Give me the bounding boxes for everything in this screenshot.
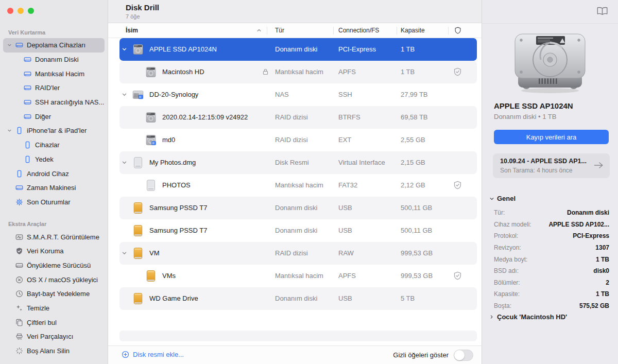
sidebar-item[interactable]: Veri Kurtarma: [3, 27, 105, 38]
sidebar-item[interactable]: Mantıksal Hacim: [3, 66, 105, 81]
sidebar-item[interactable]: Önyükleme Sürücüsü: [3, 258, 105, 273]
detail-label: Cihaz modeli:: [494, 221, 531, 228]
sidebar-item-label: SSH aracılığıyla NAS...: [35, 98, 104, 106]
sidebar-item-label: Donanım Diski: [35, 56, 79, 63]
sidebar-item[interactable]: iPhone'lar & iPad'ler: [3, 124, 105, 138]
protected-shield-icon: [453, 181, 462, 189]
device-connection: FAT32: [338, 181, 357, 189]
sidebar-item[interactable]: S.M.A.R.T. Görüntüleme: [3, 230, 105, 244]
detail-row: Cihaz modeli: APPLE SSD AP102...: [494, 219, 609, 231]
child-volume-link[interactable]: Çocuk 'Macintosh HD': [489, 313, 567, 321]
sidebar-item[interactable]: RAID'ler: [3, 81, 105, 95]
chevron-right-icon: [489, 315, 494, 319]
add-disk-image-label: Disk resmi ekle...: [133, 351, 184, 358]
column-header-connection[interactable]: Connection/FS: [338, 27, 379, 34]
column-header-type[interactable]: Tür: [275, 27, 284, 34]
device-type: RAID dizisi: [275, 136, 308, 144]
items-count: 7 öğe: [126, 13, 140, 20]
chevron-down-icon[interactable]: [122, 46, 128, 52]
sidebar-item[interactable]: Bayt-bayt Yedekleme: [3, 287, 105, 301]
sidebar-item[interactable]: Android Cihaz: [3, 166, 105, 181]
sidebar-item[interactable]: Boş Alanı Silin: [3, 344, 105, 358]
sidebar-item[interactable]: OS X / macOS yükleyici: [3, 272, 105, 287]
disk-drill-window: Veri Kurtarma Depolama Cihazları Donanım…: [0, 0, 618, 364]
detail-label: Revizyon:: [494, 244, 521, 251]
table-row[interactable]: Samsung PSSD T7 Donanım diski USB 500,11…: [119, 219, 477, 242]
table-row[interactable]: Macintosh HD Mantıksal hacim APFS 1 TB: [119, 61, 477, 83]
device-icon: [132, 292, 144, 305]
device-capacity: 1 TB: [401, 45, 415, 53]
sidebar-item-label: Çiftleri bul: [27, 319, 57, 326]
table-row[interactable]: VM RAID dizisi RAW 999,53 GB: [119, 242, 477, 265]
device-capacity: 2,15 GB: [401, 159, 425, 166]
sidebar-item[interactable]: Son Oturumlar: [3, 195, 105, 210]
sidebar-item[interactable]: Çiftleri bul: [3, 315, 105, 330]
add-disk-image-button[interactable]: Disk resmi ekle...: [122, 351, 184, 358]
device-icon: [132, 89, 144, 101]
zoom-window-button[interactable]: [28, 8, 34, 14]
lock-icon: [263, 68, 268, 75]
show-hidden-toggle[interactable]: [454, 350, 473, 361]
device-icon: [132, 157, 144, 169]
chevron-down-icon[interactable]: [122, 160, 128, 165]
sidebar-item-icon: [15, 333, 23, 340]
empty-row-stripe: [119, 331, 477, 341]
sidebar-item-icon: [15, 184, 23, 192]
table-row[interactable]: PHOTOS Mantıksal hacim FAT32 2,12 GB: [119, 174, 477, 197]
sidebar-item[interactable]: Diğer: [3, 109, 105, 124]
sidebar-item-label: Temizle: [27, 304, 49, 312]
column-header-name[interactable]: İsim: [126, 27, 138, 34]
footer-bar: Disk resmi ekle... Gizli öğeleri göster: [108, 345, 482, 364]
detail-value: 1307: [595, 244, 609, 251]
device-capacity: 999,53 GB: [401, 272, 433, 280]
shield-column-icon[interactable]: [454, 27, 462, 34]
sidebar-item[interactable]: SSH aracılığıyla NAS...: [3, 95, 105, 110]
sort-ascending-icon[interactable]: [256, 28, 262, 33]
close-window-button[interactable]: [7, 8, 13, 14]
device-type: Disk Resmi: [275, 159, 309, 166]
device-type: Donanım diski: [275, 294, 317, 302]
sidebar-item[interactable]: Cihazlar: [3, 138, 105, 152]
sidebar-item-label: Veri Parçalayıcı: [27, 333, 73, 340]
sidebar-item-icon: [15, 290, 23, 298]
sidebar-item[interactable]: Temizle: [3, 301, 105, 316]
device-details-list: Tür: Donanım diski Cihaz modeli: APPLE S…: [494, 207, 609, 311]
last-scan-card[interactable]: 10.09.24 - APPLE SSD AP1... Son Tarama: …: [493, 153, 610, 178]
sidebar-item[interactable]: Yedek: [3, 152, 105, 167]
inspector-panel: APPLE SSD AP1024N Donanım diski • 1 TB K…: [482, 0, 618, 364]
child-volume-label: Çocuk 'Macintosh HD': [497, 313, 567, 321]
help-book-icon[interactable]: [597, 7, 608, 15]
column-header-capacity[interactable]: Kapasite: [401, 27, 425, 34]
search-lost-data-button[interactable]: Kayıp verileri ara: [494, 130, 609, 144]
sidebar: Veri Kurtarma Depolama Cihazları Donanım…: [0, 0, 108, 364]
device-capacity: 69,58 TB: [401, 113, 428, 121]
sidebar-item-label: Mantıksal Hacim: [35, 70, 84, 78]
minimize-window-button[interactable]: [18, 8, 24, 14]
table-row[interactable]: DD-20-Synology NAS SSH 27,99 TB: [119, 83, 477, 106]
device-table: İsim Tür Connection/FS Kapasite APPLE SS…: [108, 23, 482, 364]
sidebar-item-label: Android Cihaz: [27, 170, 69, 178]
sidebar-item-icon: [15, 127, 23, 134]
sidebar-item-label: Veri Kurtarma: [8, 29, 45, 36]
sidebar-item[interactable]: Donanım Diski: [3, 53, 105, 67]
sidebar-item-label: Zaman Makinesi: [27, 184, 76, 192]
chevron-down-icon[interactable]: [122, 250, 128, 256]
table-row[interactable]: 2020.02.14-12:15:09 v24922 RAID dizisi B…: [119, 106, 477, 129]
chevron-down-icon[interactable]: [7, 43, 15, 47]
sidebar-item[interactable]: Zaman Makinesi: [3, 181, 105, 195]
general-section-header[interactable]: Genel: [489, 195, 516, 202]
detail-value: 1 TB: [596, 256, 609, 263]
toggle-knob: [454, 350, 465, 360]
table-row[interactable]: My Photos.dmg Disk Resmi Virtual Interfa…: [119, 151, 477, 174]
table-row[interactable]: WD Game Drive Donanım diski USB 5 TB: [119, 287, 477, 310]
sidebar-item[interactable]: Veri Koruma: [3, 244, 105, 258]
sidebar-item[interactable]: Veri Parçalayıcı: [3, 330, 105, 344]
table-row[interactable]: Samsung PSSD T7 Donanım diski USB 500,11…: [119, 197, 477, 219]
chevron-down-icon[interactable]: [122, 92, 128, 97]
table-row[interactable]: md0 RAID dizisi EXT 2,55 GB: [119, 129, 477, 151]
sidebar-item[interactable]: Ekstra Araçlar: [3, 218, 105, 230]
table-row[interactable]: APPLE SSD AP1024N Donanım diski PCI-Expr…: [119, 38, 477, 61]
table-row[interactable]: VMs Mantıksal hacim APFS 999,53 GB: [119, 265, 477, 287]
chevron-down-icon[interactable]: [7, 128, 15, 133]
sidebar-item[interactable]: Depolama Cihazları: [3, 38, 105, 53]
